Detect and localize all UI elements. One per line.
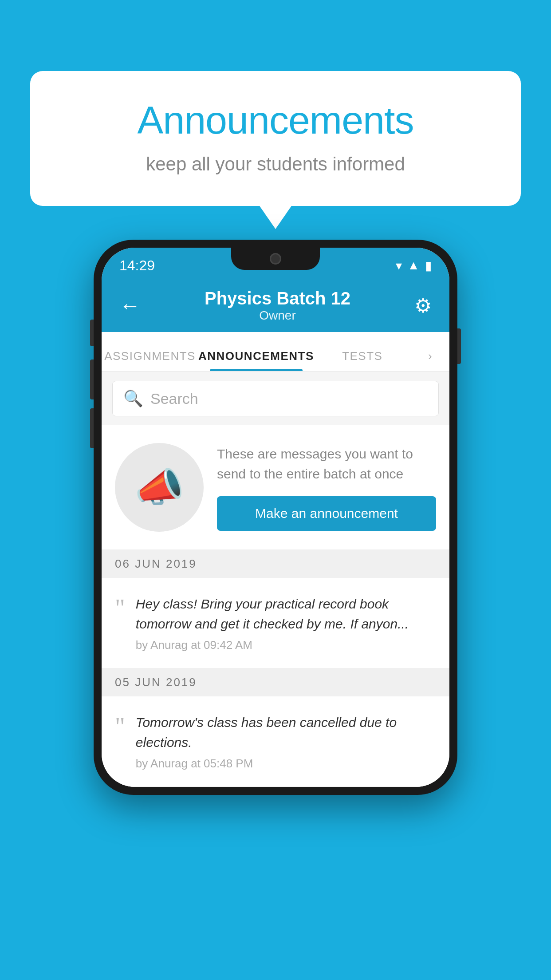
announcement-text-2: Tomorrow's class has been cancelled due … — [136, 712, 436, 771]
tab-assignments[interactable]: ASSIGNMENTS — [102, 349, 198, 371]
date-label-1: 06 JUN 2019 — [115, 557, 197, 570]
speech-bubble-section: Announcements keep all your students inf… — [30, 71, 521, 206]
tab-more[interactable]: › — [411, 349, 449, 371]
power-button — [457, 328, 461, 364]
quote-icon-2: " — [115, 712, 125, 739]
speech-bubble: Announcements keep all your students inf… — [30, 71, 521, 206]
announcement-meta-1: by Anurag at 09:42 AM — [136, 638, 436, 652]
volume-down-button — [90, 408, 94, 448]
tab-tests[interactable]: TESTS — [314, 349, 411, 371]
quote-icon-1: " — [115, 594, 125, 620]
tab-announcements[interactable]: ANNOUNCEMENTS — [198, 349, 314, 371]
batch-title: Physics Batch 12 — [205, 288, 350, 308]
phone-notch — [231, 248, 320, 270]
back-button[interactable]: ← — [119, 293, 141, 318]
batch-role: Owner — [205, 308, 350, 323]
top-navigation-bar: ← Physics Batch 12 Owner ⚙ — [102, 279, 449, 332]
status-icons: ▾ ▲ ▮ — [396, 258, 432, 273]
announcement-item-2[interactable]: " Tomorrow's class has been cancelled du… — [102, 696, 449, 787]
phone-screen: 14:29 ▾ ▲ ▮ ← Physics Batch 12 Owner ⚙ — [102, 248, 449, 787]
date-label-2: 05 JUN 2019 — [115, 676, 197, 689]
search-icon: 🔍 — [123, 389, 143, 408]
search-bar[interactable]: 🔍 Search — [112, 381, 439, 416]
tabs-bar: ASSIGNMENTS ANNOUNCEMENTS TESTS › — [102, 332, 449, 372]
volume-up-button — [90, 360, 94, 399]
date-section-1: 06 JUN 2019 — [102, 550, 449, 578]
phone-mockup: 14:29 ▾ ▲ ▮ ← Physics Batch 12 Owner ⚙ — [94, 240, 457, 795]
announcement-item-1[interactable]: " Hey class! Bring your practical record… — [102, 578, 449, 668]
megaphone-circle: 📣 — [115, 443, 204, 532]
prompt-description: These are messages you want to send to t… — [217, 444, 436, 484]
speech-bubble-subtitle: keep all your students informed — [66, 154, 485, 175]
announcement-message-2: Tomorrow's class has been cancelled due … — [136, 712, 436, 752]
mute-button — [90, 320, 94, 346]
signal-icon: ▲ — [407, 258, 420, 273]
search-section: 🔍 Search — [102, 372, 449, 425]
make-announcement-button[interactable]: Make an announcement — [217, 496, 436, 531]
front-camera — [270, 253, 281, 265]
speech-bubble-title: Announcements — [66, 98, 485, 143]
announcement-meta-2: by Anurag at 05:48 PM — [136, 757, 436, 771]
date-section-2: 05 JUN 2019 — [102, 668, 449, 696]
wifi-icon: ▾ — [396, 258, 402, 273]
settings-button[interactable]: ⚙ — [414, 294, 432, 317]
top-bar-center: Physics Batch 12 Owner — [205, 288, 350, 323]
announcement-prompt: 📣 These are messages you want to send to… — [102, 425, 449, 550]
announcement-message-1: Hey class! Bring your practical record b… — [136, 594, 436, 634]
battery-icon: ▮ — [425, 258, 432, 273]
phone-content: 14:29 ▾ ▲ ▮ ← Physics Batch 12 Owner ⚙ — [102, 248, 449, 787]
megaphone-icon: 📣 — [134, 464, 184, 511]
prompt-content: These are messages you want to send to t… — [217, 444, 436, 531]
search-placeholder: Search — [150, 390, 198, 407]
phone-outer: 14:29 ▾ ▲ ▮ ← Physics Batch 12 Owner ⚙ — [94, 240, 457, 795]
announcement-text-1: Hey class! Bring your practical record b… — [136, 594, 436, 652]
status-time: 14:29 — [119, 257, 155, 274]
